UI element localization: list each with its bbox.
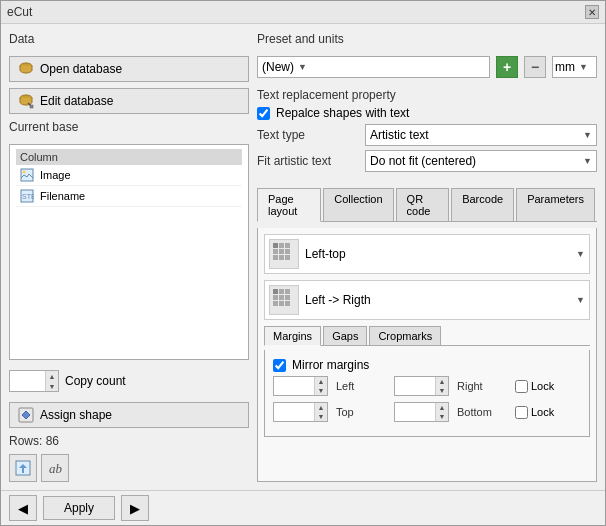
current-base-box: Column Image STB Filename [9,144,249,360]
right-panel: Preset and units (New) ▼ + − mm ▼ Text r… [257,32,597,482]
preset-add-button[interactable]: + [496,56,518,78]
bottom-bar: ◀ Apply ▶ [1,490,605,525]
open-database-button[interactable]: Open database [9,56,249,82]
layout-row-left-right: Left -> Rigth ▼ [264,280,590,320]
back-button[interactable]: ◀ [9,495,37,521]
right-spinbox[interactable]: 10 ▲ ▼ [394,376,449,396]
spinbox-down-button[interactable]: ▼ [46,381,58,391]
image-row-label: Image [40,169,71,181]
preset-remove-button[interactable]: − [524,56,546,78]
top-up-button[interactable]: ▲ [315,403,327,412]
tab-qr-code-label: QR code [407,193,431,217]
bottom-input[interactable]: 10 [395,406,435,418]
tab-page-layout[interactable]: Page layout [257,188,321,222]
svg-rect-28 [285,301,290,306]
svg-rect-24 [273,301,278,306]
top-down-button[interactable]: ▼ [315,412,327,421]
forward-button[interactable]: ▶ [121,495,149,521]
layout-left-top-label: Left-top [305,247,346,261]
inner-tab-gaps[interactable]: Gaps [323,326,367,345]
current-base-label: Current base [9,120,249,134]
left-input[interactable]: 10 [274,380,314,392]
svg-rect-18 [279,255,284,260]
preset-select[interactable]: (New) ▼ [257,56,490,78]
tab-barcode[interactable]: Barcode [451,188,514,221]
filename-row-label: Filename [40,190,85,202]
mirror-margins-label: Mirror margins [292,358,369,372]
text-icon-button[interactable]: ab [41,454,69,482]
svg-rect-23 [279,295,284,300]
copy-count-row: 1 ▲ ▼ Copy count [9,366,249,396]
copy-count-spinbox[interactable]: 1 ▲ ▼ [9,370,59,392]
preset-section-label: Preset and units [257,32,597,46]
edit-database-button[interactable]: Edit database [9,88,249,114]
replace-checkbox[interactable] [257,107,270,120]
svg-text:ab: ab [49,461,63,476]
unit-select[interactable]: mm ▼ [552,56,597,78]
apply-button[interactable]: Apply [43,496,115,520]
bottom-up-button[interactable]: ▲ [436,403,448,412]
top-input[interactable]: 10 [274,406,314,418]
lock-row2: Lock [515,406,554,419]
assign-shape-icon [18,407,34,423]
left-up-button[interactable]: ▲ [315,377,327,386]
preset-dropdown-arrow: ▼ [298,62,307,72]
filename-row-icon: STB [20,189,34,203]
svg-rect-17 [273,255,278,260]
right-spinbox-arrows: ▲ ▼ [435,377,448,395]
layout-left-right-label: Left -> Rigth [305,293,371,307]
replace-checkbox-label: Repalce shapes with text [276,106,409,120]
left-right-margin-row: 10 ▲ ▼ Left 10 ▲ ▼ [273,376,581,396]
inner-tab-margins-label: Margins [273,330,312,342]
svg-text:STB: STB [22,193,34,200]
column-header: Column [20,151,238,163]
image-row-icon [20,168,34,182]
rows-count-label: Rows: 86 [9,434,249,448]
tab-parameters[interactable]: Parameters [516,188,595,221]
table-row-image[interactable]: Image [16,165,242,186]
copy-count-input[interactable]: 1 [10,375,45,387]
svg-rect-25 [279,301,284,306]
tab-qr-code[interactable]: QR code [396,188,450,221]
fit-artistic-select[interactable]: Do not fit (centered) ▼ [365,150,597,172]
svg-rect-11 [273,243,278,248]
text-replacement-section: Text replacement property Repalce shapes… [257,88,597,176]
database-edit-icon [18,93,34,109]
right-input[interactable]: 10 [395,380,435,392]
main-window: eCut ✕ Data Open database Edit database … [0,0,606,526]
right-up-button[interactable]: ▲ [436,377,448,386]
tab-collection[interactable]: Collection [323,188,393,221]
left-down-button[interactable]: ▼ [315,386,327,395]
right-down-button[interactable]: ▼ [436,386,448,395]
lock1-label: Lock [531,380,554,392]
left-margin-label: Left [336,380,386,392]
spinbox-up-button[interactable]: ▲ [46,371,58,381]
inner-tab-margins[interactable]: Margins [264,326,321,346]
svg-rect-12 [279,243,284,248]
left-spinbox-arrows: ▲ ▼ [314,377,327,395]
unit-dropdown-arrow: ▼ [579,62,588,72]
svg-rect-15 [279,249,284,254]
table-row-filename[interactable]: STB Filename [16,186,242,207]
bottom-spinbox[interactable]: 10 ▲ ▼ [394,402,449,422]
layout-row-left-top: Left-top ▼ [264,234,590,274]
bottom-down-button[interactable]: ▼ [436,412,448,421]
tab-content-page-layout: Left-top ▼ [257,228,597,482]
inner-tab-cropmarks[interactable]: Cropmarks [369,326,441,345]
svg-rect-14 [273,249,278,254]
mirror-margins-checkbox[interactable] [273,359,286,372]
left-spinbox[interactable]: 10 ▲ ▼ [273,376,328,396]
layout-left-top-arrow: ▼ [576,249,585,259]
text-type-arrow: ▼ [583,130,592,140]
lock1-checkbox[interactable] [515,380,528,393]
close-button[interactable]: ✕ [585,5,599,19]
lock2-checkbox[interactable] [515,406,528,419]
text-type-select[interactable]: Artistic text ▼ [365,124,597,146]
inner-tabs: Margins Gaps Cropmarks [264,326,590,346]
main-content: Data Open database Edit database Current… [1,24,605,490]
back-icon: ◀ [18,501,28,516]
import-icon-button[interactable] [9,454,37,482]
top-spinbox[interactable]: 10 ▲ ▼ [273,402,328,422]
edit-database-label: Edit database [40,94,113,108]
assign-shape-button[interactable]: Assign shape [9,402,249,428]
